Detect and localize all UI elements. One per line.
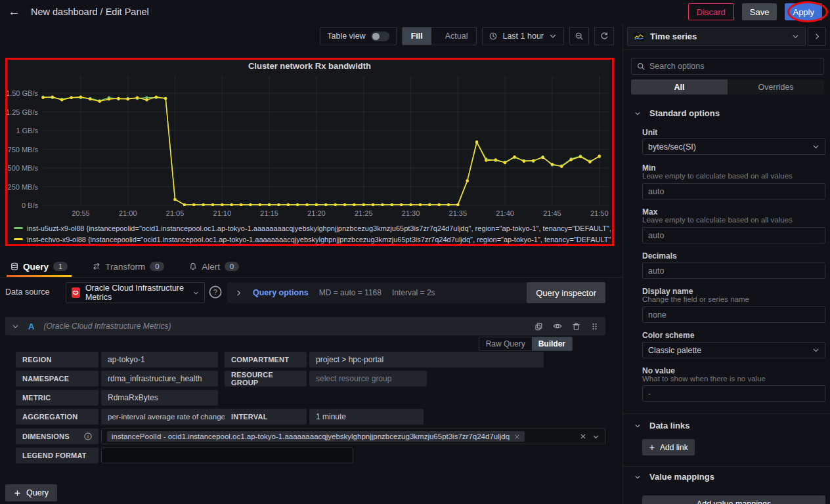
- svg-text:21:25: 21:25: [355, 209, 373, 217]
- fill-option[interactable]: Fill: [403, 28, 431, 45]
- namespace-select[interactable]: rdma_infrastructure_health: [101, 371, 218, 387]
- region-select[interactable]: ap-tokyo-1: [101, 352, 218, 368]
- min-description: Leave empty to calculate based on all va…: [642, 172, 793, 180]
- max-data-points-info: MD = auto = 1168: [319, 288, 382, 297]
- namespace-label: NAMESPACE: [16, 371, 98, 387]
- compartment-select[interactable]: project > hpc-portal: [309, 352, 544, 368]
- tab-alert[interactable]: Alert 0: [185, 256, 243, 277]
- interval-info: Interval = 2s: [392, 288, 435, 297]
- unit-value: bytes/sec(SI): [648, 142, 696, 152]
- section-heading-text: Standard options: [649, 108, 720, 118]
- tab-count-badge: 0: [150, 262, 164, 271]
- zoom-out-button[interactable]: [569, 27, 589, 45]
- metric-select[interactable]: RdmaRxBytes: [101, 390, 218, 406]
- delete-query-trash-icon[interactable]: [572, 322, 580, 331]
- transform-icon: [93, 262, 100, 270]
- plus-icon: [14, 490, 21, 497]
- chart-title: Cluster network Rx bandwidth: [7, 61, 612, 71]
- add-value-mappings-button[interactable]: Add value mappings: [642, 495, 825, 504]
- clear-all-icon[interactable]: [580, 433, 586, 440]
- bell-icon: [189, 262, 197, 270]
- chevron-down-icon[interactable]: [592, 433, 600, 440]
- search-icon: [637, 62, 645, 70]
- unit-select[interactable]: bytes/sec(SI): [642, 138, 825, 155]
- chart-legend: inst-u5uzt-x9-ol88 {instancepoolid="ocid…: [14, 222, 611, 245]
- actual-option[interactable]: Actual: [437, 28, 477, 45]
- display-name-input[interactable]: [642, 306, 825, 323]
- aggregation-select[interactable]: per-interval average rate of change: [101, 409, 232, 425]
- table-view-toggle[interactable]: Table view: [320, 27, 396, 45]
- color-scheme-select[interactable]: Classic palette: [642, 342, 825, 358]
- query-datasource-note: (Oracle Cloud Infrastructure Metrics): [43, 322, 171, 331]
- tab-transform[interactable]: Transform 0: [89, 256, 168, 277]
- chevron-down-icon: [792, 33, 799, 40]
- query-options-link[interactable]: Query options: [253, 288, 309, 297]
- dimensions-input-controls: [580, 433, 600, 440]
- disable-query-eye-icon[interactable]: [553, 322, 562, 331]
- add-link-button[interactable]: Add link: [642, 439, 695, 455]
- oracle-datasource-icon: [72, 287, 80, 298]
- decimals-label: Decimals: [642, 251, 677, 261]
- chart-panel-annotated[interactable]: Cluster network Rx bandwidth 1.50 GB/s1.…: [5, 58, 614, 246]
- max-label: Max: [642, 207, 657, 217]
- max-input[interactable]: [642, 227, 825, 243]
- interval-select[interactable]: 1 minute: [309, 409, 424, 425]
- svg-text:1.50 GB/s: 1.50 GB/s: [7, 89, 38, 97]
- datasource-select[interactable]: Oracle Cloud Infrastructure Metrics: [66, 282, 205, 303]
- builder-option[interactable]: Builder: [532, 337, 572, 350]
- resource-group-select[interactable]: select resource group: [309, 371, 427, 387]
- duplicate-query-icon[interactable]: [535, 322, 543, 331]
- query-inspector-button[interactable]: Query inspector: [527, 282, 605, 303]
- query-row-header[interactable]: A (Oracle Cloud Infrastructure Metrics): [5, 317, 605, 335]
- section-heading-text: Data links: [649, 421, 689, 430]
- unit-label: Unit: [642, 128, 657, 137]
- save-button[interactable]: Save: [742, 3, 777, 20]
- interval-label: INTERVAL: [225, 409, 307, 425]
- dimension-chip[interactable]: instancePoolId - ocid1.instancepool.oc1.…: [107, 431, 525, 442]
- legend-series-name: inst-u5uzt-x9-ol88 {instancepoolid="ocid…: [27, 224, 611, 232]
- datasource-label: Data source: [5, 287, 49, 297]
- drag-handle-icon[interactable]: [590, 322, 599, 331]
- chevron-down-icon: [812, 143, 819, 150]
- value-mappings-section-header[interactable]: Value mappings: [634, 472, 714, 482]
- visualization-picker[interactable]: Time series: [627, 27, 806, 46]
- max-description: Leave empty to calculate based on all va…: [642, 216, 793, 224]
- search-options-input[interactable]: [649, 62, 818, 71]
- datasource-help-button[interactable]: [209, 285, 222, 299]
- remove-dimension-icon[interactable]: [514, 434, 520, 440]
- min-input[interactable]: [642, 183, 825, 200]
- tab-all[interactable]: All: [631, 79, 728, 94]
- standard-options-section-header[interactable]: Standard options: [634, 108, 720, 118]
- options-sidebar: Time series All Overrides Standard optio…: [622, 24, 830, 504]
- refresh-button[interactable]: [594, 27, 614, 45]
- dimension-chip-text: instancePoolId - ocid1.instancepool.oc1.…: [112, 432, 510, 440]
- legend-item[interactable]: inst-u5uzt-x9-ol88 {instancepoolid="ocid…: [14, 222, 611, 234]
- discard-button[interactable]: Discard: [688, 3, 734, 20]
- collapse-options-pane-button[interactable]: [808, 27, 826, 46]
- tab-overrides[interactable]: Overrides: [728, 79, 824, 94]
- decimals-input[interactable]: [642, 262, 825, 279]
- apply-button[interactable]: Apply: [785, 3, 822, 20]
- data-links-section-header[interactable]: Data links: [634, 421, 689, 430]
- back-arrow-button[interactable]: ←: [8, 5, 20, 19]
- tab-label: Query: [23, 262, 49, 272]
- no-value-input[interactable]: [642, 385, 825, 402]
- svg-text:500 MB/s: 500 MB/s: [8, 164, 39, 172]
- raw-query-option[interactable]: Raw Query: [479, 337, 532, 350]
- svg-text:1.25 GB/s: 1.25 GB/s: [7, 108, 38, 116]
- query-row-actions: [535, 322, 599, 331]
- legend-swatch-yellow: [14, 238, 23, 240]
- no-value-label: No value: [642, 366, 675, 375]
- table-view-switch[interactable]: [371, 32, 389, 41]
- options-search[interactable]: [631, 58, 824, 75]
- clock-icon: [489, 32, 497, 40]
- time-series-chart[interactable]: 1.50 GB/s1.25 GB/s1 GB/s750 MB/s500 MB/s…: [7, 70, 612, 222]
- switch-knob: [372, 33, 380, 40]
- dimensions-input[interactable]: instancePoolId - ocid1.instancepool.oc1.…: [101, 429, 605, 444]
- add-query-button[interactable]: Query: [5, 484, 57, 501]
- legend-format-input[interactable]: [101, 448, 353, 463]
- add-query-label: Query: [26, 488, 49, 497]
- time-range-picker[interactable]: Last 1 hour: [482, 27, 564, 45]
- legend-item[interactable]: inst-echvo-x9-ol88 {instancepoolid="ocid…: [14, 234, 611, 245]
- tab-query[interactable]: Query 1: [7, 256, 72, 277]
